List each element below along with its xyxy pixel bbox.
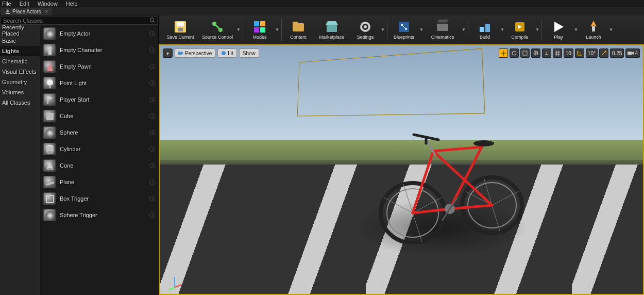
toolbar-content-button[interactable]: Content [284, 17, 313, 43]
category-lights[interactable]: Lights [0, 46, 40, 56]
actor-item-cube[interactable]: Cubeⓘ [40, 108, 158, 124]
svg-rect-32 [327, 25, 337, 32]
actor-item-label: Empty Actor [60, 30, 149, 37]
menu-edit[interactable]: Edit [20, 1, 29, 7]
actor-item-cone[interactable]: Coneⓘ [40, 157, 158, 174]
info-icon[interactable]: ⓘ [149, 129, 155, 137]
scale-snap-toggle[interactable] [599, 48, 608, 58]
svg-point-6 [47, 79, 53, 86]
info-icon[interactable]: ⓘ [149, 63, 155, 71]
toolbar-label: Settings [357, 35, 374, 40]
tab-place-actors[interactable]: Place Actors × [1, 8, 52, 15]
build-icon [478, 20, 492, 34]
chevron-down-icon[interactable]: ▼ [608, 17, 614, 43]
viewport[interactable]: ▾ Perspective Lit Show 10 [159, 44, 644, 295]
toolbar-launch-button[interactable]: Launch [579, 17, 608, 43]
actor-item-plane[interactable]: Planeⓘ [40, 174, 158, 190]
actor-item-box-trigger[interactable]: Box Triggerⓘ [40, 190, 158, 207]
surface-snap-button[interactable] [542, 48, 551, 58]
chevron-down-icon[interactable]: ▼ [573, 17, 579, 43]
actor-item-empty-character[interactable]: Empty Characterⓘ [40, 42, 158, 58]
chevron-down-icon[interactable]: ▼ [275, 17, 280, 43]
toolbar-modes-button[interactable]: Modes [245, 17, 274, 43]
chevron-down-icon[interactable]: ▼ [236, 17, 241, 43]
search-input[interactable] [1, 16, 158, 25]
info-icon[interactable]: ⓘ [149, 79, 155, 87]
actor-item-sphere[interactable]: Sphereⓘ [40, 124, 158, 141]
toolbar-compile-button[interactable]: Compile [505, 17, 534, 43]
svg-point-16 [46, 168, 54, 170]
actor-item-empty-pawn[interactable]: Empty Pawnⓘ [40, 58, 158, 75]
viewport-options-menu[interactable]: ▾ [163, 48, 173, 58]
cube-icon [43, 110, 56, 122]
toolbar-build-button[interactable]: Build [470, 17, 499, 43]
info-icon[interactable]: ⓘ [149, 46, 155, 54]
close-icon[interactable]: × [45, 9, 48, 14]
globe-icon [512, 51, 517, 56]
menu-help[interactable]: Help [66, 1, 78, 7]
info-icon[interactable]: ⓘ [149, 178, 155, 186]
info-icon[interactable]: ⓘ [149, 211, 155, 219]
actor-item-point-light[interactable]: Point Lightⓘ [40, 75, 158, 91]
toolbar-settings-button[interactable]: Settings [351, 17, 380, 43]
toolbar-label: Compile [511, 35, 528, 40]
toolbar-blueprints-button[interactable]: Blueprints [389, 17, 418, 43]
camera-speed-icon [628, 51, 634, 56]
svg-marker-47 [554, 22, 564, 32]
toolbar-label: Launch [586, 35, 601, 40]
scale-snap-value[interactable]: 0.25 [610, 48, 624, 58]
chevron-down-icon[interactable]: ▼ [500, 17, 505, 43]
actor-item-sphere-trigger[interactable]: Sphere Triggerⓘ [40, 207, 158, 223]
actor-item-empty-actor[interactable]: Empty Actorⓘ [40, 25, 158, 42]
menu-window[interactable]: Window [38, 1, 58, 7]
category-geometry[interactable]: Geometry [0, 77, 40, 87]
toolbar-play-button[interactable]: Play [544, 17, 573, 43]
scale-icon [522, 51, 528, 56]
info-icon[interactable]: ⓘ [149, 96, 155, 104]
angle-snap-value[interactable]: 10° [586, 48, 598, 58]
svg-rect-31 [293, 22, 298, 24]
actor-item-cylinder[interactable]: Cylinderⓘ [40, 141, 158, 157]
info-icon[interactable]: ⓘ [149, 145, 155, 153]
category-volumes[interactable]: Volumes [0, 87, 40, 97]
menu-file[interactable]: File [2, 1, 11, 7]
toolbar-cinematics-button[interactable]: Cinematics [425, 17, 461, 43]
viewport-perspective-button[interactable]: Perspective [175, 48, 215, 58]
toolbar-label: Marketplace [319, 35, 344, 40]
toolbar-marketplace-button[interactable]: Marketplace [314, 17, 350, 43]
toolbar-source-control-button[interactable]: Source Control [199, 17, 235, 43]
category-cinematic[interactable]: Cinematic [0, 56, 40, 67]
category-all-classes[interactable]: All Classes [0, 97, 40, 108]
grid-snap-toggle[interactable] [553, 48, 562, 58]
toolbar-save-current-button[interactable]: Save Current [162, 17, 198, 43]
chevron-down-icon[interactable]: ▼ [380, 17, 385, 43]
svg-rect-26 [254, 21, 259, 26]
place-actors-panel: Recently PlacedBasicLightsCinematicVisua… [0, 15, 159, 295]
category-basic[interactable]: Basic [0, 36, 40, 46]
grid-snap-value[interactable]: 10 [564, 48, 573, 58]
bulb-icon [43, 77, 56, 89]
info-icon[interactable]: ⓘ [149, 30, 155, 38]
coord-space-button[interactable] [531, 48, 540, 58]
camera-speed-button[interactable]: 4 [625, 48, 640, 58]
transform-select-button[interactable] [499, 48, 508, 58]
toolbar-separator [541, 19, 542, 41]
search-icon[interactable] [149, 17, 156, 24]
transform-scale-button[interactable] [520, 48, 530, 58]
viewport-show-button[interactable]: Show [239, 48, 259, 58]
category-visual-effects[interactable]: Visual Effects [0, 67, 40, 77]
chevron-down-icon[interactable]: ▼ [419, 17, 424, 43]
info-icon[interactable]: ⓘ [149, 162, 155, 170]
chevron-down-icon[interactable]: ▼ [461, 17, 466, 43]
category-recently-placed[interactable]: Recently Placed [0, 25, 40, 36]
settings-icon [358, 20, 372, 34]
angle-snap-toggle[interactable] [575, 48, 584, 58]
actor-list: Empty ActorⓘEmpty CharacterⓘEmpty PawnⓘP… [40, 25, 158, 295]
actor-item-player-start[interactable]: Player Startⓘ [40, 91, 158, 108]
info-icon[interactable]: ⓘ [149, 112, 155, 120]
viewport-lit-button[interactable]: Lit [217, 48, 237, 58]
chevron-down-icon[interactable]: ▼ [535, 17, 540, 43]
info-icon[interactable]: ⓘ [149, 195, 155, 203]
svg-rect-30 [293, 23, 304, 31]
transform-rotate-button[interactable] [510, 48, 519, 58]
